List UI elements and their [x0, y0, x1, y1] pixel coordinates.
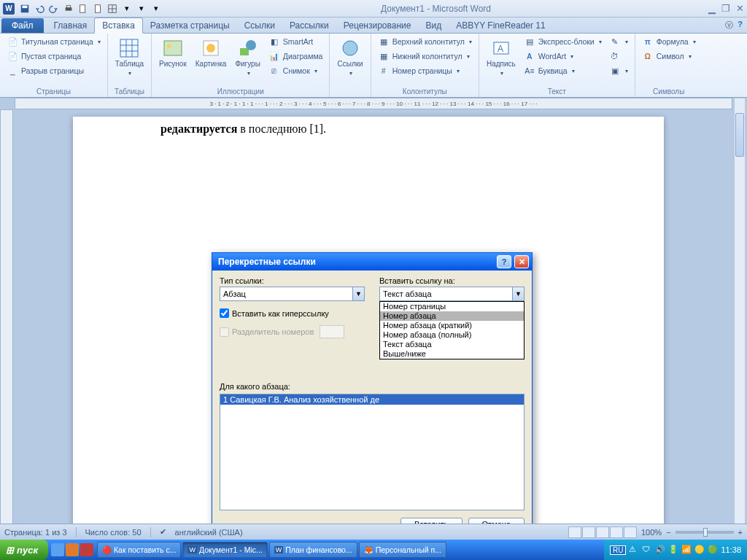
view-outline[interactable]	[610, 526, 623, 538]
ql-ff-icon[interactable]	[66, 543, 79, 556]
dialog-close-button[interactable]: ✕	[514, 255, 529, 268]
tab-view[interactable]: Вид	[418, 18, 449, 33]
tray-icon[interactable]: 🛡	[642, 545, 652, 555]
dropdown-option[interactable]: Номер абзаца	[380, 311, 524, 321]
btn-textbox[interactable]: AНадпись▾	[484, 35, 519, 79]
qat-extra2-icon[interactable]: ▾	[135, 2, 148, 15]
qat-redo-icon[interactable]	[47, 2, 61, 15]
taskbar-item[interactable]: WПлан финансово...	[269, 542, 357, 558]
btn-dropcap[interactable]: A≡Буквица▾	[522, 64, 604, 77]
vertical-scrollbar[interactable]	[734, 98, 746, 535]
tray-icon[interactable]: ⚠	[629, 545, 639, 555]
chevron-down-icon[interactable]: ▼	[512, 287, 524, 300]
btn-clipart[interactable]: Картинка	[193, 35, 230, 70]
tab-file[interactable]: Файл	[1, 18, 44, 33]
chevron-down-icon[interactable]: ▼	[352, 287, 364, 300]
tray-icon[interactable]: 🟡	[694, 545, 705, 555]
btn-title-page[interactable]: 📄Титульная страница▾	[4, 35, 103, 48]
btn-header[interactable]: ▦Верхний колонтитул▾	[376, 35, 474, 48]
tab-mailings[interactable]: Рассылки	[282, 18, 336, 33]
btn-page-break[interactable]: ⎯Разрыв страницы	[4, 64, 103, 77]
zoom-slider-thumb[interactable]	[703, 528, 708, 537]
taskbar-item[interactable]: 🦊Персональный п...	[359, 542, 446, 558]
dropdown-option[interactable]: Номер абзаца (полный)	[380, 330, 524, 340]
language-indicator[interactable]: RU	[610, 545, 626, 555]
btn-screenshot[interactable]: ⎚Снимок▾	[266, 64, 325, 77]
dialog-help-button[interactable]: ?	[497, 255, 511, 268]
btn-chart[interactable]: 📊Диаграмма	[266, 50, 325, 63]
qat-preview-icon[interactable]	[77, 2, 90, 15]
qat-customize-icon[interactable]: ▾	[150, 2, 163, 15]
btn-picture[interactable]: Рисунок	[156, 35, 190, 70]
vertical-ruler[interactable]	[0, 109, 13, 535]
start-button[interactable]: ⊞пуск	[0, 540, 48, 560]
btn-footer[interactable]: ▦Нижний колонтитул▾	[376, 50, 474, 63]
insert-ref-combo[interactable]: ▼ Номер страницы Номер абзаца Номер абза…	[379, 287, 525, 301]
zoom-out-icon[interactable]: −	[666, 528, 670, 537]
view-fullscreen[interactable]	[582, 526, 595, 538]
btn-symbol[interactable]: ΩСимвол▾	[640, 50, 698, 63]
scroll-thumb[interactable]	[735, 113, 744, 157]
dropdown-option[interactable]: Текст абзаца	[380, 340, 524, 349]
zoom-level[interactable]: 100%	[641, 528, 662, 537]
tray-icon[interactable]: 🔊	[655, 545, 665, 555]
paragraph-list[interactable]: 1 Савицкая Г.В. Анализ хозяйственной де	[220, 394, 525, 510]
btn-sig[interactable]: ✎▾	[607, 35, 630, 48]
taskbar-item[interactable]: 🔴Как поставить с...	[97, 542, 181, 558]
dropdown-option[interactable]: Номер страницы	[380, 302, 524, 311]
tray-icon[interactable]: 🟢	[708, 545, 718, 555]
btn-object[interactable]: ▣▾	[607, 64, 630, 77]
btn-pagenum[interactable]: #Номер страницы▾	[376, 64, 474, 77]
qat-print-icon[interactable]	[62, 2, 75, 15]
insert-ref-input[interactable]	[379, 287, 525, 301]
tab-insert[interactable]: Вставка	[94, 18, 143, 34]
ribbon-minimize-icon[interactable]: ⓥ	[725, 20, 733, 31]
tab-layout[interactable]: Разметка страницы	[143, 18, 237, 33]
btn-quickparts[interactable]: ▤Экспресс-блоки▾	[522, 35, 604, 48]
help-icon[interactable]: ?	[738, 20, 743, 31]
tray-icon[interactable]: 📶	[681, 545, 692, 555]
taskbar-item[interactable]: WДокумент1 - Mic...	[182, 542, 267, 558]
btn-table[interactable]: Таблица▾	[112, 35, 147, 79]
qat-new-icon[interactable]	[91, 2, 104, 15]
clock[interactable]: 11:38	[721, 545, 741, 554]
ql-ie-icon[interactable]	[51, 543, 64, 556]
horizontal-ruler[interactable]: 3 · 1 · 2 · 1 · 1 · 1 · · · 1 · · · 2 · …	[15, 98, 732, 109]
btn-equation[interactable]: πФормула▾	[640, 35, 698, 48]
dropdown-option[interactable]: Номер абзаца (краткий)	[380, 321, 524, 330]
view-draft[interactable]	[624, 526, 637, 538]
btn-wordart[interactable]: AWordArt▾	[522, 50, 604, 63]
qat-extra1-icon[interactable]: ▾	[120, 2, 133, 15]
ref-type-input[interactable]	[220, 287, 365, 301]
btn-date[interactable]: ⏱	[607, 50, 630, 63]
restore-icon[interactable]: ❐	[721, 3, 730, 14]
zoom-in-icon[interactable]: +	[738, 528, 743, 537]
dialog-titlebar[interactable]: Перекрестные ссылки ? ✕	[212, 253, 532, 271]
ql-opera-icon[interactable]	[80, 543, 93, 556]
qat-save-icon[interactable]	[18, 2, 31, 15]
btn-smartart[interactable]: ◧SmartArt	[266, 35, 325, 48]
status-page[interactable]: Страница: 1 из 3	[4, 528, 67, 537]
hyperlink-checkbox[interactable]	[220, 308, 229, 318]
btn-shapes[interactable]: Фигуры▾	[232, 35, 263, 79]
view-print-layout[interactable]	[568, 526, 581, 538]
btn-links[interactable]: Ссылки▾	[334, 35, 365, 79]
tab-review[interactable]: Рецензирование	[336, 18, 419, 33]
status-spellcheck-icon[interactable]: ✔	[160, 527, 166, 537]
tab-references[interactable]: Ссылки	[237, 18, 282, 33]
minimize-icon[interactable]: ▁	[708, 3, 716, 14]
qat-table-icon[interactable]	[106, 2, 119, 15]
paragraph-list-item[interactable]: 1 Савицкая Г.В. Анализ хозяйственной де	[220, 394, 524, 405]
zoom-slider[interactable]	[676, 531, 734, 534]
status-language[interactable]: английский (США)	[175, 528, 243, 537]
tab-home[interactable]: Главная	[47, 18, 95, 33]
qat-undo-icon[interactable]	[33, 2, 46, 15]
ref-type-combo[interactable]: ▼	[220, 287, 365, 301]
tab-abbyy[interactable]: ABBYY FineReader 11	[449, 18, 553, 33]
view-web[interactable]	[596, 526, 609, 538]
tray-icon[interactable]: 🔋	[668, 545, 678, 555]
btn-blank-page[interactable]: 📄Пустая страница	[4, 50, 103, 63]
status-words[interactable]: Число слов: 50	[85, 528, 142, 537]
dropdown-option[interactable]: Выше/ниже	[380, 349, 524, 359]
close-icon[interactable]: ✕	[736, 3, 744, 14]
